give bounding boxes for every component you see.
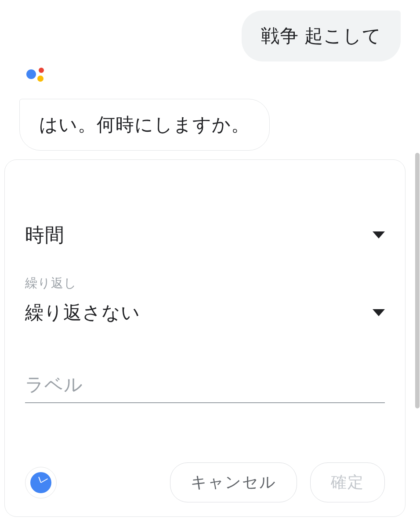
repeat-section: 繰り返し 繰り返さない — [25, 275, 385, 326]
label-field[interactable] — [25, 374, 385, 403]
time-selector[interactable]: 時間 — [25, 220, 385, 250]
scrollbar[interactable] — [415, 153, 420, 408]
confirm-button[interactable]: 確定 — [310, 462, 385, 502]
label-input[interactable] — [25, 374, 385, 395]
repeat-selector[interactable]: 繰り返さない — [25, 300, 385, 326]
clock-app-button[interactable] — [25, 467, 57, 498]
time-label: 時間 — [25, 222, 65, 248]
assistant-message-bubble: はい。何時にしますか。 — [19, 99, 270, 151]
assistant-logo-icon — [26, 67, 48, 89]
cancel-button[interactable]: キャンセル — [170, 462, 297, 502]
card-footer: キャンセル 確定 — [5, 462, 405, 502]
clock-icon — [30, 472, 51, 493]
chevron-down-icon — [373, 231, 385, 238]
repeat-caption: 繰り返し — [25, 275, 385, 292]
chevron-down-icon — [373, 309, 385, 316]
user-message-bubble: 戦争 起こして — [242, 11, 401, 61]
alarm-setup-card: 時間 繰り返し 繰り返さない キャンセル 確定 — [4, 159, 406, 517]
repeat-value: 繰り返さない — [25, 300, 140, 325]
